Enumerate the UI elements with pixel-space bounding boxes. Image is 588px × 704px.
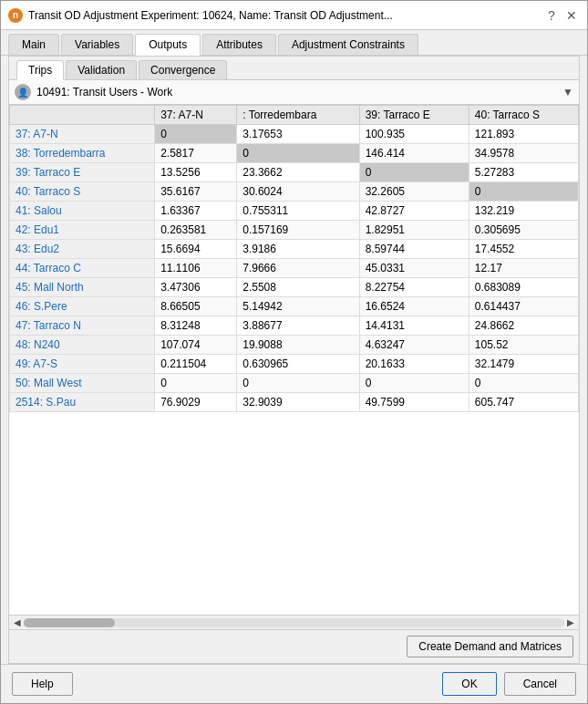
row-label: 41: Salou [10, 202, 155, 221]
table-cell: 5.14942 [237, 297, 359, 316]
table-cell: 5.27283 [469, 163, 578, 182]
table-cell: 605.747 [469, 393, 578, 412]
col-header-1: : Torredembara [237, 106, 359, 125]
tab-trips[interactable]: Trips [16, 60, 64, 80]
table-cell: 0.157169 [237, 221, 359, 240]
row-label: 45: Mall North [10, 278, 155, 297]
table-cell: 1.63367 [155, 202, 237, 221]
table-cell: 0 [359, 163, 469, 182]
table-cell: 45.0331 [359, 259, 469, 278]
window-title: Transit OD Adjustment Experiment: 10624,… [28, 9, 538, 22]
table-cell: 8.66505 [155, 297, 237, 316]
table-cell: 0.614437 [469, 297, 578, 316]
table-row: 44: Tarraco C11.11067.966645.033112.17 [10, 259, 579, 278]
table-cell: 3.47306 [155, 278, 237, 297]
row-label: 46: S.Pere [10, 297, 155, 316]
hscroll-thumb[interactable] [24, 618, 115, 627]
table-row: 49: A7-S0.2115040.63096520.163332.1479 [10, 355, 579, 374]
table-cell: 20.1633 [359, 355, 469, 374]
col-header-2: 39: Tarraco E [359, 106, 469, 125]
table-cell: 32.9039 [237, 393, 359, 412]
table-row: 39: Tarraco E13.525623.366205.27283 [10, 163, 579, 182]
table-cell: 49.7599 [359, 393, 469, 412]
table-cell: 4.63247 [359, 336, 469, 355]
row-label: 40: Tarraco S [10, 182, 155, 202]
table-cell: 0 [237, 144, 359, 163]
tab-outputs[interactable]: Outputs [135, 34, 201, 56]
table-cell: 30.6024 [237, 182, 359, 202]
table-cell: 0.211504 [155, 355, 237, 374]
dropdown-arrow-icon[interactable]: ▼ [562, 86, 573, 98]
close-button[interactable]: ✕ [563, 7, 580, 24]
col-header-0: 37: A7-N [155, 106, 237, 125]
table-cell: 0 [155, 374, 237, 393]
col-header-empty [10, 106, 155, 125]
table-cell: 0 [237, 374, 359, 393]
table-cell: 19.9088 [237, 336, 359, 355]
row-label: 49: A7-S [10, 355, 155, 374]
row-label: 42: Edu1 [10, 221, 155, 240]
table-cell: 11.1106 [155, 259, 237, 278]
table-row: 46: S.Pere8.665055.1494216.65240.614437 [10, 297, 579, 316]
table-cell: 17.4552 [469, 240, 578, 259]
table-cell: 1.82951 [359, 221, 469, 240]
row-label: 50: Mall West [10, 374, 155, 393]
table-cell: 2.5508 [237, 278, 359, 297]
scroll-left-icon[interactable]: ◀ [11, 616, 24, 629]
cancel-button[interactable]: Cancel [504, 672, 576, 696]
tab-validation[interactable]: Validation [66, 60, 137, 79]
create-demand-matrices-button[interactable]: Create Demand and Matrices [407, 636, 573, 657]
main-tab-bar: Main Variables Outputs Attributes Adjust… [1, 30, 587, 56]
tab-main[interactable]: Main [8, 34, 59, 55]
table-cell: 32.2605 [359, 182, 469, 202]
table-row: 42: Edu10.2635810.1571691.829510.305695 [10, 221, 579, 240]
table-cell: 35.6167 [155, 182, 237, 202]
tab-variables[interactable]: Variables [61, 34, 133, 55]
row-label: 39: Tarraco E [10, 163, 155, 182]
footer-bar: Help OK Cancel [1, 664, 587, 703]
sub-tab-bar: Trips Validation Convergence [9, 57, 579, 80]
table-row: 37: A7-N03.17653100.935121.893 [10, 125, 579, 144]
app-icon: n [8, 8, 23, 23]
table-cell: 146.414 [359, 144, 469, 163]
help-button[interactable]: ? [543, 7, 560, 24]
dropdown-bar: 👤 10491: Transit Users - Work ▼ [9, 80, 579, 105]
table-cell: 32.1479 [469, 355, 578, 374]
table-cell: 8.31248 [155, 316, 237, 336]
table-cell: 2.5817 [155, 144, 237, 163]
col-header-3: 40: Tarraco S [469, 106, 578, 125]
horizontal-scrollbar[interactable]: ◀ ▶ [9, 615, 579, 629]
row-label: 47: Tarraco N [10, 316, 155, 336]
table-cell: 14.4131 [359, 316, 469, 336]
table-cell: 0 [359, 374, 469, 393]
table-row: 2514: S.Pau76.902932.903949.7599605.747 [10, 393, 579, 412]
table-cell: 100.935 [359, 125, 469, 144]
ok-button[interactable]: OK [442, 672, 496, 696]
tab-convergence[interactable]: Convergence [139, 60, 227, 79]
tab-adjustment-constraints[interactable]: Adjustment Constraints [278, 34, 418, 55]
tab-attributes[interactable]: Attributes [202, 34, 276, 55]
table-cell: 3.17653 [237, 125, 359, 144]
table-cell: 0.755311 [237, 202, 359, 221]
table-cell: 132.219 [469, 202, 578, 221]
table-cell: 0.683089 [469, 278, 578, 297]
hscroll-track[interactable] [24, 618, 564, 627]
row-label: 48: N240 [10, 336, 155, 355]
table-cell: 23.3662 [237, 163, 359, 182]
action-bar: Create Demand and Matrices [9, 629, 579, 663]
table-cell: 0 [155, 125, 237, 144]
table-cell: 107.074 [155, 336, 237, 355]
table-cell: 16.6524 [359, 297, 469, 316]
table-row: 47: Tarraco N8.312483.8867714.413124.866… [10, 316, 579, 336]
table-cell: 15.6694 [155, 240, 237, 259]
data-table-container[interactable]: 37: A7-N : Torredembara 39: Tarraco E 40… [9, 105, 579, 615]
scroll-right-icon[interactable]: ▶ [564, 616, 577, 629]
table-cell: 24.8662 [469, 316, 578, 336]
title-buttons: ? ✕ [543, 7, 580, 24]
help-footer-button[interactable]: Help [12, 672, 73, 696]
table-cell: 0 [469, 374, 578, 393]
table-cell: 0 [469, 182, 578, 202]
table-cell: 76.9029 [155, 393, 237, 412]
table-row: 45: Mall North3.473062.55088.227540.6830… [10, 278, 579, 297]
table-cell: 12.17 [469, 259, 578, 278]
